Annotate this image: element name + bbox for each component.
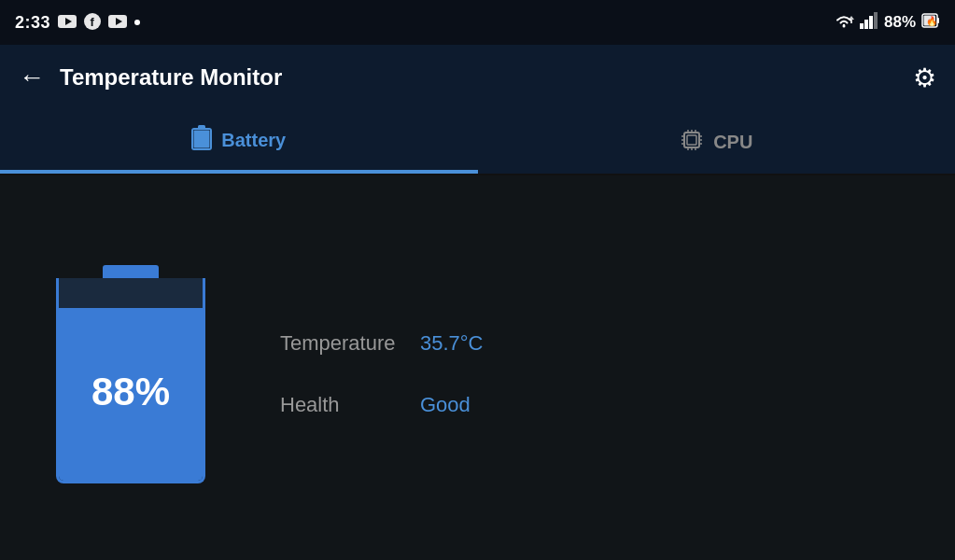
temperature-row: Temperature 35.7°C — [280, 331, 484, 356]
svg-rect-20 — [687, 135, 696, 145]
health-label: Health — [280, 393, 401, 417]
status-right: 88% 🔥 — [834, 12, 940, 33]
notification-dot — [134, 20, 140, 25]
tab-bar: Battery CPU — [0, 110, 955, 175]
tab-battery[interactable]: Battery — [0, 110, 478, 174]
battery-tip — [103, 265, 159, 278]
svg-rect-13 — [937, 18, 939, 23]
svg-rect-9 — [864, 20, 868, 29]
app-bar-left: ← Temperature Monitor — [19, 63, 282, 92]
svg-rect-8 — [860, 23, 864, 29]
svg-text:f: f — [91, 15, 95, 29]
back-button[interactable]: ← — [19, 63, 45, 92]
battery-percent-display: 88% — [91, 370, 170, 414]
youtube-icon-2 — [108, 15, 127, 31]
youtube-icon — [58, 15, 77, 31]
battery-status-icon: 🔥 — [921, 12, 940, 33]
svg-rect-11 — [874, 12, 878, 29]
temperature-value: 35.7°C — [420, 331, 484, 356]
status-left: 2:33 f — [15, 13, 140, 33]
tab-cpu[interactable]: CPU — [478, 110, 956, 174]
facebook-icon: f — [84, 13, 101, 33]
status-bar: 2:33 f — [0, 0, 955, 45]
app-bar: ← Temperature Monitor ⚙ — [0, 45, 955, 110]
cpu-tab-icon — [680, 128, 704, 157]
battery-body: 88% — [56, 278, 205, 483]
health-row: Health Good — [280, 393, 484, 417]
info-section: Temperature 35.7°C Health Good — [280, 331, 484, 417]
cpu-tab-label: CPU — [713, 132, 752, 153]
svg-rect-18 — [194, 131, 210, 148]
battery-visual: 88% — [56, 265, 205, 483]
battery-header-strip — [59, 278, 203, 308]
health-value: Good — [420, 393, 470, 417]
status-time: 2:33 — [15, 13, 50, 33]
battery-tab-label: Battery — [221, 130, 286, 151]
svg-marker-7 — [849, 16, 854, 23]
signal-icon — [860, 12, 878, 33]
battery-tab-icon — [191, 125, 212, 156]
svg-rect-17 — [198, 125, 205, 130]
settings-button[interactable]: ⚙ — [913, 63, 936, 93]
wifi-icon — [834, 12, 854, 33]
svg-text:🔥: 🔥 — [926, 15, 938, 27]
main-content: 88% Temperature 35.7°C Health Good — [0, 175, 955, 560]
svg-point-6 — [842, 25, 845, 28]
battery-percent-status: 88% — [884, 13, 916, 32]
svg-rect-10 — [869, 16, 873, 29]
app-title: Temperature Monitor — [60, 64, 282, 91]
temperature-label: Temperature — [280, 331, 401, 356]
battery-fill: 88% — [59, 302, 203, 481]
